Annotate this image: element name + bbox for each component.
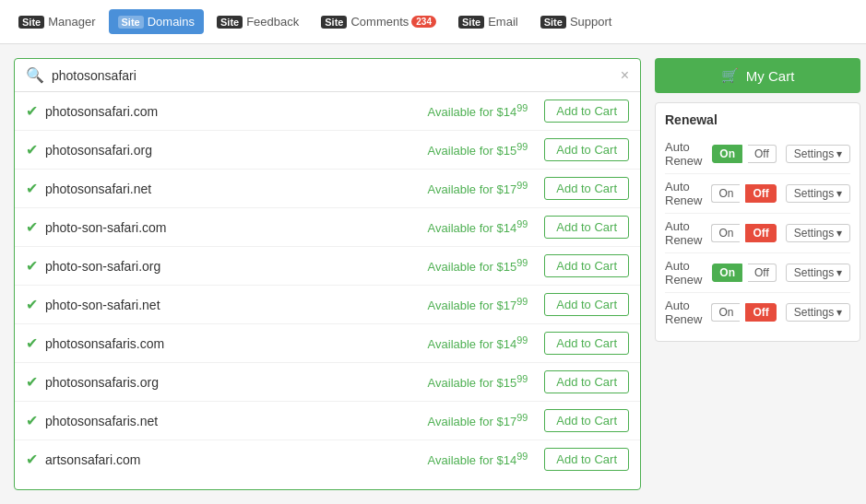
available-check-icon: ✔ bbox=[26, 334, 38, 352]
available-check-icon: ✔ bbox=[26, 257, 38, 275]
domain-name: photosonsafaris.org bbox=[45, 375, 421, 390]
domain-name: photo-son-safari.net bbox=[45, 298, 421, 312]
auto-renew-on-button[interactable]: On bbox=[711, 224, 740, 242]
price-cents: 99 bbox=[516, 180, 528, 191]
renewal-row: Auto Renew On Off Settings ▾ bbox=[665, 293, 850, 332]
nav-item-feedback[interactable]: Site Feedback bbox=[208, 9, 308, 34]
domain-name: photo-son-safari.org bbox=[45, 259, 421, 274]
nav-item-comments[interactable]: Site Comments 234 bbox=[312, 9, 445, 34]
domain-name: photosonsafari.com bbox=[45, 104, 421, 119]
domain-name: photosonsafaris.com bbox=[45, 336, 421, 351]
add-to-cart-button[interactable]: Add to Cart bbox=[544, 100, 629, 123]
nav-item-support[interactable]: Site Support bbox=[531, 9, 622, 34]
add-to-cart-button[interactable]: Add to Cart bbox=[544, 138, 629, 161]
domain-row: ✔ photo-son-safari.com Available for $14… bbox=[15, 208, 640, 247]
nav-item-email[interactable]: Site Email bbox=[449, 9, 528, 34]
domain-name: artsonsafari.com bbox=[45, 452, 421, 467]
nav-label-feedback: Feedback bbox=[246, 15, 299, 29]
nav-item-manager[interactable]: Site Manager bbox=[9, 9, 105, 34]
settings-button[interactable]: Settings ▾ bbox=[786, 184, 850, 203]
domain-price: Available for $1499 bbox=[428, 451, 528, 467]
domain-price: Available for $1799 bbox=[428, 296, 528, 312]
domain-row: ✔ artsonsafari.com Available for $1499 A… bbox=[15, 440, 640, 478]
renewal-row: Auto Renew On Off Settings ▾ bbox=[665, 174, 850, 214]
domain-name: photosonsafari.net bbox=[45, 182, 421, 196]
available-check-icon: ✔ bbox=[26, 296, 38, 313]
domain-price: Available for $1599 bbox=[428, 141, 528, 158]
site-badge: Site bbox=[118, 16, 144, 29]
add-to-cart-button[interactable]: Add to Cart bbox=[544, 216, 629, 239]
auto-renew-label: Auto Renew bbox=[665, 140, 703, 168]
cart-icon: 🛒 bbox=[721, 67, 739, 84]
top-navigation: Site Manager Site Domains Site Feedback … bbox=[0, 0, 866, 44]
search-panel: 🔍 × ✔ photosonsafari.com Available for $… bbox=[14, 58, 641, 490]
site-badge: Site bbox=[458, 16, 484, 29]
auto-renew-off-button[interactable]: Off bbox=[748, 145, 777, 163]
domain-row: ✔ photosonsafari.org Available for $1599… bbox=[15, 131, 640, 170]
site-badge: Site bbox=[217, 16, 243, 29]
auto-renew-off-button[interactable]: Off bbox=[748, 264, 777, 282]
site-badge: Site bbox=[18, 16, 44, 29]
available-check-icon: ✔ bbox=[26, 180, 38, 197]
auto-renew-on-button[interactable]: On bbox=[712, 145, 742, 163]
nav-label-comments: Comments bbox=[350, 15, 409, 29]
available-check-icon: ✔ bbox=[26, 141, 38, 158]
nav-label-support: Support bbox=[570, 15, 612, 29]
domain-row: ✔ photosonsafari.net Available for $1799… bbox=[15, 170, 640, 208]
auto-renew-off-button[interactable]: Off bbox=[745, 184, 776, 203]
add-to-cart-button[interactable]: Add to Cart bbox=[544, 332, 629, 355]
add-to-cart-button[interactable]: Add to Cart bbox=[544, 448, 629, 471]
domain-row: ✔ photo-son-safari.net Available for $17… bbox=[15, 286, 640, 324]
search-icon: 🔍 bbox=[26, 66, 44, 84]
site-badge: Site bbox=[321, 16, 347, 29]
add-to-cart-button[interactable]: Add to Cart bbox=[544, 254, 629, 277]
settings-button[interactable]: Settings ▾ bbox=[786, 145, 850, 163]
auto-renew-on-button[interactable]: On bbox=[712, 264, 742, 282]
search-input[interactable] bbox=[52, 68, 613, 83]
auto-renew-label: Auto Renew bbox=[665, 219, 702, 247]
domain-row: ✔ photosonsafari.com Available for $1499… bbox=[15, 92, 640, 131]
nav-item-domains[interactable]: Site Domains bbox=[109, 9, 204, 34]
search-clear-icon[interactable]: × bbox=[621, 67, 629, 84]
auto-renew-off-button[interactable]: Off bbox=[745, 224, 776, 242]
nav-label-email: Email bbox=[488, 15, 518, 29]
auto-renew-on-button[interactable]: On bbox=[711, 303, 740, 322]
settings-button[interactable]: Settings ▾ bbox=[786, 303, 850, 322]
renewal-row: Auto Renew On Off Settings ▾ bbox=[665, 135, 850, 174]
renewal-row: Auto Renew On Off Settings ▾ bbox=[665, 214, 850, 253]
domain-price: Available for $1799 bbox=[428, 412, 528, 428]
my-cart-button[interactable]: 🛒 My Cart bbox=[655, 58, 860, 93]
price-cents: 99 bbox=[516, 257, 528, 268]
settings-button[interactable]: Settings ▾ bbox=[786, 224, 850, 242]
domain-name: photosonsafaris.net bbox=[45, 414, 421, 428]
price-cents: 99 bbox=[516, 451, 528, 462]
auto-renew-off-button[interactable]: Off bbox=[745, 303, 776, 322]
price-cents: 99 bbox=[516, 296, 528, 307]
cart-label: My Cart bbox=[746, 68, 795, 84]
available-check-icon: ✔ bbox=[26, 412, 38, 429]
add-to-cart-button[interactable]: Add to Cart bbox=[544, 370, 629, 393]
domain-name: photosonsafari.org bbox=[45, 143, 421, 158]
domain-row: ✔ photosonsafaris.com Available for $149… bbox=[15, 324, 640, 363]
domain-price: Available for $1599 bbox=[428, 373, 528, 390]
renewal-title: Renewal bbox=[665, 112, 850, 127]
domain-price: Available for $1499 bbox=[428, 334, 528, 351]
add-to-cart-button[interactable]: Add to Cart bbox=[544, 409, 629, 432]
right-panel: 🛒 My Cart Renewal Auto Renew On Off Sett… bbox=[655, 58, 860, 490]
auto-renew-label: Auto Renew bbox=[665, 299, 702, 326]
domain-price: Available for $1599 bbox=[428, 257, 528, 274]
auto-renew-on-button[interactable]: On bbox=[711, 184, 740, 203]
add-to-cart-button[interactable]: Add to Cart bbox=[544, 293, 629, 316]
nav-label-domains: Domains bbox=[148, 15, 195, 29]
available-check-icon: ✔ bbox=[26, 102, 38, 120]
domain-name: photo-son-safari.com bbox=[45, 220, 421, 235]
domain-row: ✔ photo-son-safari.org Available for $15… bbox=[15, 247, 640, 286]
add-to-cart-button[interactable]: Add to Cart bbox=[544, 177, 629, 200]
available-check-icon: ✔ bbox=[26, 451, 38, 468]
available-check-icon: ✔ bbox=[26, 218, 38, 236]
auto-renew-label: Auto Renew bbox=[665, 259, 703, 287]
settings-button[interactable]: Settings ▾ bbox=[786, 264, 850, 282]
search-bar: 🔍 × bbox=[15, 59, 640, 92]
renewal-section: Renewal Auto Renew On Off Settings ▾ Aut… bbox=[655, 102, 860, 342]
domain-row: ✔ photosonsafaris.org Available for $159… bbox=[15, 363, 640, 402]
